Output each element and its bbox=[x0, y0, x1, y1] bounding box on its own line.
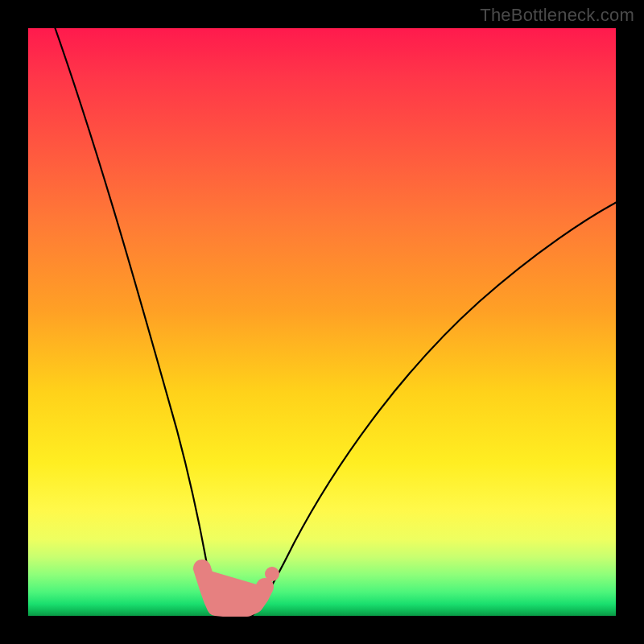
chart-overlay bbox=[28, 28, 616, 616]
watermark-text: TheBottleneck.com bbox=[480, 5, 634, 26]
curve-left bbox=[52, 20, 221, 616]
chart-frame: TheBottleneck.com bbox=[0, 0, 644, 644]
highlight-dot bbox=[265, 567, 279, 581]
curve-right bbox=[252, 200, 620, 616]
highlight-region bbox=[202, 568, 265, 608]
